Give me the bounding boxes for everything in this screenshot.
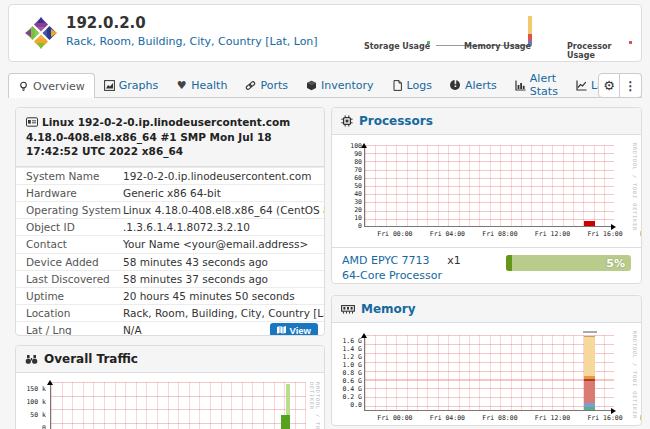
processors-panel: Processors 100 90 80 70 60 50 40 30 20 1… xyxy=(331,107,642,284)
page: 192.0.2.0 Rack, Room, Building, City, Co… xyxy=(0,0,650,429)
cpu-usage-percent: 5% xyxy=(606,255,625,271)
table-row: Uptime20 hours 45 minutes 50 seconds xyxy=(16,287,324,304)
view-map-button[interactable]: View xyxy=(270,323,318,336)
panel-title: Overall Traffic xyxy=(44,352,138,366)
tab-overview[interactable]: Overview xyxy=(8,73,95,98)
memory-panel: Memory 1.6 G 1.4 G 1.2 G 1.0 G 0.8 G 0.6… xyxy=(331,295,642,426)
table-row: LocationRack, Room, Building, City, Coun… xyxy=(16,304,324,321)
memory-graph[interactable]: 1.6 G 1.4 G 1.2 G 1.0 G 0.8 G 0.6 G 0.4 … xyxy=(332,323,641,426)
row-value: N/A xyxy=(123,324,142,336)
tab-label: Inventory xyxy=(321,79,374,92)
tab-alerts[interactable]: ! Alerts xyxy=(441,73,506,97)
system-heading-text: Linux 192-0-2-0.ip.linodeusercontent.com… xyxy=(26,116,290,157)
row-label: Operating System xyxy=(26,204,123,216)
storage-usage-minigraph[interactable] xyxy=(427,41,430,44)
cpu-list-row: AMD EPYC 7713 x1 64-Core Processor 5% xyxy=(332,247,641,283)
more-options-button[interactable]: ⋮ xyxy=(620,73,642,98)
link-icon xyxy=(245,80,256,91)
tab-inventory[interactable]: Inventory xyxy=(297,73,383,97)
system-heading: Linux 192-0-2-0.ip.linodeusercontent.com… xyxy=(16,108,324,167)
cpu-icon xyxy=(341,115,353,127)
row-value: 192-0-2-0.ip.linodeusercontent.com xyxy=(123,170,311,182)
panel-title: Processors xyxy=(359,114,433,128)
lightbulb-icon xyxy=(18,81,29,92)
row-value: 58 minutes 37 seconds ago xyxy=(123,273,268,285)
row-label: Location xyxy=(26,307,123,319)
table-row: System Name192-0-2-0.ip.linodeuserconten… xyxy=(16,167,324,184)
table-row: Last Discovered58 minutes 37 seconds ago xyxy=(16,270,324,287)
map-icon xyxy=(277,326,286,334)
alert-circle-icon: ! xyxy=(450,80,461,91)
cpu-usage-fill xyxy=(506,255,512,271)
row-label: System Name xyxy=(26,170,123,182)
table-row: ContactYour Name <your@email.address> xyxy=(16,235,324,252)
binoculars-icon xyxy=(25,354,38,365)
processors-graph[interactable]: 100 90 80 70 60 50 40 30 20 10 0 Fri 00:… xyxy=(332,135,641,247)
traffic-graph[interactable]: 150 k 100 k 50 k 0 RRDTOOL / TOBI OETIKE… xyxy=(16,372,324,429)
cpu-usage-bar xyxy=(584,221,595,226)
rrdtool-watermark: RRDTOOL / TOBI OETIKER xyxy=(309,382,321,429)
tab-label: Ports xyxy=(260,79,288,92)
centos-logo-icon xyxy=(23,15,59,55)
memory-stacked-bar xyxy=(584,336,595,410)
memory-plot xyxy=(364,335,614,411)
bar-chart-icon xyxy=(515,80,526,91)
system-info-panel: Linux 192-0-2-0.ip.linodeusercontent.com… xyxy=(15,107,325,336)
tab-health[interactable]: ♥ Health xyxy=(167,73,236,97)
cpu-count: x1 xyxy=(447,254,461,267)
row-label: Object ID xyxy=(26,221,123,233)
row-value: Generic x86 64-bit xyxy=(123,187,221,199)
tab-label: Overview xyxy=(33,80,85,93)
processor-usage-minigraph[interactable] xyxy=(629,41,632,44)
memory-usage-label: Memory Usage xyxy=(464,42,531,51)
row-value: Your Name <your@email.address> xyxy=(123,238,308,250)
row-label: Uptime xyxy=(26,290,123,302)
settings-gear-button[interactable]: ⚙ xyxy=(598,73,620,98)
tab-label: Alert Stats xyxy=(530,72,558,98)
processors-plot xyxy=(364,145,614,227)
row-value: 58 minutes 43 seconds ago xyxy=(123,256,268,268)
tab-label: Graphs xyxy=(119,79,158,92)
table-row: HardwareGeneric x86 64-bit xyxy=(16,184,324,201)
processor-usage-label: Processor Usage xyxy=(567,42,641,60)
area-chart-icon xyxy=(104,80,115,91)
traffic-inbound-bar-dark xyxy=(281,415,290,429)
cube-icon xyxy=(306,80,317,91)
row-label: Hardware xyxy=(26,187,123,199)
device-title: 192.0.2.0 xyxy=(66,14,146,32)
tab-alert-stats[interactable]: Alert Stats xyxy=(506,73,567,97)
table-row: Device Added58 minutes 43 seconds ago xyxy=(16,253,324,270)
tab-graphs[interactable]: Graphs xyxy=(95,73,167,97)
memory-usage-spike xyxy=(528,16,532,45)
row-value: Linux 4.18.0-408.el8.x86_64 (CentOS 8) xyxy=(123,204,325,216)
row-value: 20 hours 45 minutes 50 seconds xyxy=(123,290,295,302)
device-location-link[interactable]: Rack, Room, Building, City, Country [Lat… xyxy=(66,35,318,48)
row-label: Device Added xyxy=(26,256,123,268)
view-button-label: View xyxy=(290,325,311,336)
cpu-usage-progressbar: 5% xyxy=(506,255,631,271)
traffic-plot xyxy=(50,382,306,429)
tab-ports[interactable]: Ports xyxy=(236,73,297,97)
memory-icon xyxy=(341,304,355,315)
tab-logs[interactable]: Logs xyxy=(383,73,441,97)
tab-notes[interactable]: Notes xyxy=(643,73,650,97)
cpu-name-link[interactable]: AMD EPYC 7713 xyxy=(342,254,430,267)
heartbeat-icon: ♥ xyxy=(176,80,187,91)
kebab-menu-icon: ⋮ xyxy=(625,79,637,93)
row-label: Lat / Lng xyxy=(26,324,123,336)
line-chart-icon xyxy=(576,80,587,91)
rrdtool-watermark: RRDTOOL / TOBI OETIKER xyxy=(632,143,638,231)
storage-usage-label: Storage Usage xyxy=(364,42,430,51)
file-icon xyxy=(392,80,403,91)
tab-label: Logs xyxy=(407,79,432,92)
gear-icon: ⚙ xyxy=(603,78,615,93)
cpu-desc-link[interactable]: 64-Core Processor xyxy=(342,269,442,282)
rrdtool-watermark: RRDTOOL / TOBI OETIKER xyxy=(632,331,638,419)
server-card-icon xyxy=(26,117,38,127)
row-label: Last Discovered xyxy=(26,273,123,285)
device-tabs: Overview Graphs ♥ Health Ports Inventory xyxy=(8,73,642,98)
table-row: Lat / Lng N/A View xyxy=(16,321,324,336)
row-value: Rack, Room, Building, City, Country [Lat… xyxy=(123,307,325,319)
overall-traffic-panel: Overall Traffic 150 k 100 k 50 k 0 RRDTO… xyxy=(15,345,325,429)
table-row: Operating SystemLinux 4.18.0-408.el8.x86… xyxy=(16,201,324,218)
